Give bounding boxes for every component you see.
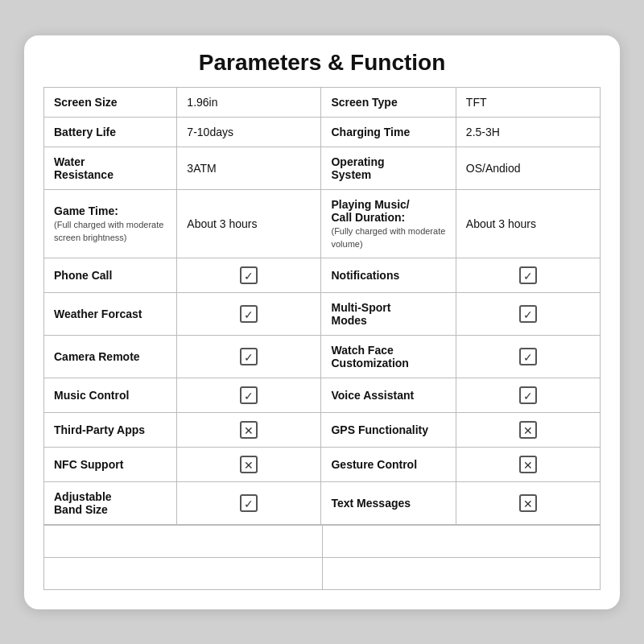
x-icon: ✕ bbox=[240, 421, 258, 439]
check-icon: ✓ bbox=[240, 386, 258, 404]
check-icon: ✓ bbox=[240, 348, 258, 365]
x-icon: ✕ bbox=[519, 456, 537, 473]
check-icon: ✓ bbox=[519, 386, 537, 404]
right-check-cell: ✓ bbox=[456, 258, 600, 292]
parameters-card: Parameters & Function Screen Size 1.96in… bbox=[24, 35, 620, 609]
params-table: Screen Size 1.96in Screen Type TFT Batte… bbox=[43, 87, 601, 525]
right-check-cell: ✕ bbox=[456, 481, 600, 524]
check-icon: ✓ bbox=[240, 494, 258, 512]
right-label: Text Messages bbox=[321, 481, 456, 524]
left-check-cell: ✓ bbox=[177, 481, 321, 524]
left-label: Weather Forcast bbox=[44, 292, 177, 335]
left-label: Third-Party Apps bbox=[44, 412, 177, 447]
right-check-cell: ✕ bbox=[456, 447, 600, 481]
table-row: Third-Party Apps ✕ GPS Functionality ✕ bbox=[44, 412, 601, 447]
left-label: AdjustableBand Size bbox=[44, 481, 177, 524]
left-label: Phone Call bbox=[44, 258, 177, 292]
right-label: GPS Functionality bbox=[321, 412, 456, 447]
check-icon: ✓ bbox=[519, 305, 537, 323]
right-value: 2.5-3H bbox=[456, 117, 600, 147]
left-label: WaterResistance bbox=[44, 147, 177, 189]
right-label: Playing Music/Call Duration:(Fully charg… bbox=[321, 189, 456, 258]
left-value: 1.96in bbox=[177, 87, 321, 117]
left-check-cell: ✕ bbox=[177, 412, 321, 447]
left-check-cell: ✓ bbox=[177, 292, 321, 335]
right-check-cell: ✓ bbox=[456, 292, 600, 335]
right-check-cell: ✕ bbox=[456, 412, 600, 447]
right-label: Charging Time bbox=[321, 117, 456, 147]
x-icon: ✕ bbox=[519, 421, 537, 439]
table-row: Phone Call ✓ Notifications ✓ bbox=[44, 258, 601, 292]
table-row: Game Time:(Full charged with moderate sc… bbox=[44, 189, 601, 258]
left-value: 3ATM bbox=[177, 147, 321, 189]
check-icon: ✓ bbox=[240, 305, 258, 323]
page-title: Parameters & Function bbox=[43, 50, 601, 76]
left-check-cell: ✓ bbox=[177, 258, 321, 292]
left-label: Camera Remote bbox=[44, 335, 177, 378]
table-row: Screen Size 1.96in Screen Type TFT bbox=[44, 87, 601, 117]
table-row: AdjustableBand Size ✓ Text Messages ✕ bbox=[44, 481, 601, 524]
check-icon: ✓ bbox=[240, 266, 258, 284]
right-label: Gesture Control bbox=[321, 447, 456, 481]
table-row: NFC Support ✕ Gesture Control ✕ bbox=[44, 447, 601, 481]
left-check-cell: ✓ bbox=[177, 378, 321, 412]
table-row: Music Control ✓ Voice Assistant ✓ bbox=[44, 378, 601, 412]
left-label: Battery Life bbox=[44, 117, 177, 147]
x-icon: ✕ bbox=[240, 456, 258, 473]
table-row: Battery Life 7-10days Charging Time 2.5-… bbox=[44, 117, 601, 147]
left-label: Music Control bbox=[44, 378, 177, 412]
check-icon: ✓ bbox=[519, 266, 537, 284]
left-check-cell: ✓ bbox=[177, 335, 321, 378]
left-check-cell: ✕ bbox=[177, 447, 321, 481]
right-check-cell: ✓ bbox=[456, 378, 600, 412]
right-label: Multi-SportModes bbox=[321, 292, 456, 335]
left-label: NFC Support bbox=[44, 447, 177, 481]
right-check-cell: ✓ bbox=[456, 335, 600, 378]
right-label: OperatingSystem bbox=[321, 147, 456, 189]
right-label: Voice Assistant bbox=[321, 378, 456, 412]
right-label: Watch FaceCustomization bbox=[321, 335, 456, 378]
left-label: Screen Size bbox=[44, 87, 177, 117]
table-row: Weather Forcast ✓ Multi-SportModes ✓ bbox=[44, 292, 601, 335]
table-row: Camera Remote ✓ Watch FaceCustomization … bbox=[44, 335, 601, 378]
right-value: TFT bbox=[456, 87, 600, 117]
table-row: WaterResistance 3ATM OperatingSystem OS/… bbox=[44, 147, 601, 189]
right-label: Notifications bbox=[321, 258, 456, 292]
left-value: 7-10days bbox=[177, 117, 321, 147]
x-icon: ✕ bbox=[519, 494, 537, 512]
left-value: About 3 hours bbox=[177, 189, 321, 258]
left-label: Game Time:(Full charged with moderate sc… bbox=[44, 189, 177, 258]
right-value: OS/Andiod bbox=[456, 147, 600, 189]
right-label: Screen Type bbox=[321, 87, 456, 117]
check-icon: ✓ bbox=[519, 348, 537, 365]
right-value: About 3 hours bbox=[456, 189, 600, 258]
